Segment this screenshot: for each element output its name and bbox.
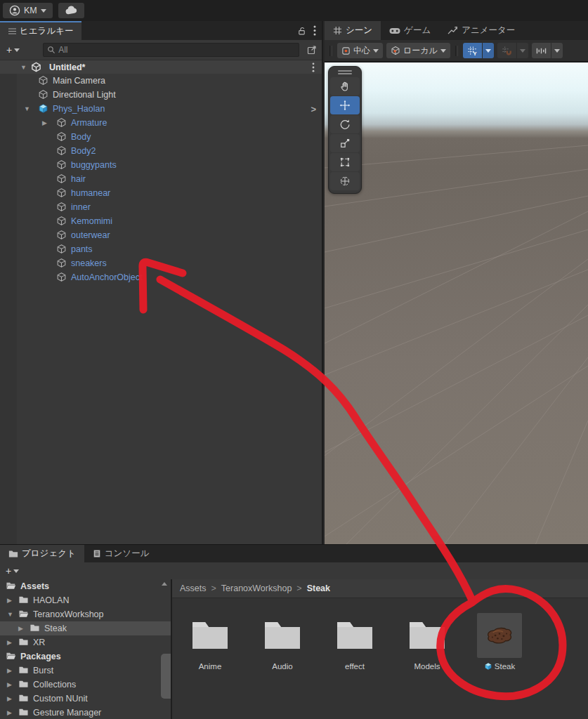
hierarchy-item-kemomimi[interactable]: Kemomimi <box>0 214 322 228</box>
project-tree-item-gesture-manager[interactable]: ▶Gesture Manager <box>0 706 171 719</box>
scene-tabbar: シーン ゲーム アニメーター <box>325 21 588 40</box>
scene-header-row[interactable]: ▼ Untitled* <box>0 60 322 74</box>
hierarchy-item-body2[interactable]: Body2 <box>0 144 322 158</box>
transform-tool-button[interactable] <box>330 172 360 190</box>
prefab-open-chevron[interactable]: > <box>311 104 316 114</box>
hierarchy-search-input[interactable]: All <box>43 43 299 57</box>
animator-icon <box>447 26 458 35</box>
hierarchy-item-inner[interactable]: inner <box>0 200 322 214</box>
grid-options-dropdown[interactable] <box>482 43 494 58</box>
scene-viewport[interactable] <box>325 62 588 544</box>
foldout-collapsed-icon[interactable]: ▶ <box>7 639 18 646</box>
project-asset-pane: Assets > TeranoxWorkshop > Steak AnimeAu… <box>172 579 588 719</box>
scrollbar-thumb[interactable] <box>161 654 172 699</box>
tree-scrollbar[interactable] <box>159 579 169 719</box>
orientation-dropdown[interactable]: ローカル <box>386 43 450 58</box>
breadcrumb-assets[interactable]: Assets <box>180 583 207 593</box>
hand-tool-button[interactable] <box>330 77 360 95</box>
hierarchy-item-main-camera[interactable]: Main Camera <box>0 74 322 88</box>
toolbar-separator <box>329 46 332 56</box>
create-object-button[interactable]: + <box>4 44 22 55</box>
account-button[interactable]: KM <box>3 3 53 18</box>
project-tree-item-packages[interactable]: Packages <box>0 649 171 664</box>
hierarchy-item-outerwear[interactable]: outerwear <box>0 228 322 242</box>
foldout-collapsed-icon[interactable]: ▶ <box>7 681 18 688</box>
asset-tile-anime[interactable]: Anime <box>179 613 241 671</box>
tab-hierarchy[interactable]: ヒエラルキー <box>0 21 81 40</box>
foldout-collapsed-icon[interactable]: ▶ <box>7 597 18 604</box>
tab-project[interactable]: プロジェクト <box>0 545 84 562</box>
hierarchy-item-directional-light[interactable]: Directional Light <box>0 88 322 102</box>
scroll-up-icon[interactable] <box>162 582 167 586</box>
chevron-down-icon <box>373 49 379 53</box>
cloud-services-button[interactable] <box>58 3 84 18</box>
foldout-collapsed-icon[interactable]: ▶ <box>7 709 18 716</box>
kebab-menu-icon[interactable] <box>312 62 315 72</box>
asset-tile-steak[interactable]: Steak <box>469 613 530 671</box>
snap-increment-dropdown[interactable] <box>532 43 563 58</box>
item-label: pants <box>71 244 93 254</box>
scene-picker-icon[interactable] <box>306 44 318 55</box>
hierarchy-item-armature[interactable]: ▶Armature <box>0 116 322 130</box>
hierarchy-item-hair[interactable]: hair <box>0 172 322 186</box>
scale-tool-button[interactable] <box>330 134 360 152</box>
tab-project-label: プロジェクト <box>22 548 76 560</box>
hierarchy-item-sneakers[interactable]: sneakers <box>0 256 322 270</box>
chevron-down-icon <box>14 48 20 52</box>
item-label: Steak <box>44 624 67 633</box>
hierarchy-item-humanear[interactable]: humanear <box>0 186 322 200</box>
gameobject-cube-icon <box>56 117 67 128</box>
tab-animator[interactable]: アニメーター <box>439 21 523 40</box>
project-tabbar: プロジェクト コンソール <box>0 545 588 562</box>
hierarchy-item-body[interactable]: Body <box>0 130 322 144</box>
project-tree-item-custom-nunit[interactable]: ▶Custom NUnit <box>0 692 171 706</box>
item-label: effect <box>345 662 365 671</box>
project-tree-item-xr[interactable]: ▶XR <box>0 635 171 649</box>
create-asset-button[interactable]: + <box>4 565 21 576</box>
foldout-collapsed-icon[interactable]: ▶ <box>42 119 56 126</box>
snap-options-dropdown[interactable] <box>516 43 528 58</box>
foldout-collapsed-icon[interactable]: ▶ <box>7 667 18 674</box>
tab-game[interactable]: ゲーム <box>381 21 439 40</box>
project-tree-item-collections[interactable]: ▶Collections <box>0 678 171 692</box>
pivot-mode-dropdown[interactable]: 中心 <box>337 43 383 58</box>
project-tree-item-steak[interactable]: ▶Steak <box>0 621 172 635</box>
rotate-tool-button[interactable] <box>330 115 360 133</box>
search-placeholder: All <box>58 45 67 55</box>
hierarchy-item-phys-haolan[interactable]: ▼Phys_Haolan> <box>0 102 322 116</box>
kebab-menu-icon[interactable] <box>313 25 316 36</box>
folder-icon <box>18 595 30 606</box>
rect-icon <box>339 157 351 168</box>
hierarchy-item-buggypants[interactable]: buggypants <box>0 158 322 172</box>
tab-scene[interactable]: シーン <box>325 21 381 40</box>
foldout-collapsed-icon[interactable]: ▶ <box>18 625 30 632</box>
hierarchy-item-pants[interactable]: pants <box>0 242 322 256</box>
project-tree-item-burst[interactable]: ▶Burst <box>0 664 171 678</box>
gameobject-cube-icon <box>56 272 67 283</box>
foldout-expanded-icon[interactable]: ▼ <box>24 105 38 112</box>
grid-visibility-toggle[interactable]: Y <box>463 43 494 58</box>
asset-tile-models[interactable]: Models <box>396 613 458 671</box>
foldout-expanded-icon[interactable]: ▼ <box>7 611 18 618</box>
breadcrumb-separator: > <box>211 583 216 593</box>
hand-icon <box>339 81 351 92</box>
breadcrumb-teranoxworkshop[interactable]: TeranoxWorkshop <box>221 583 292 593</box>
hierarchy-item-autoanchorobject[interactable]: AutoAnchorObject <box>0 270 322 284</box>
asset-label: effect <box>324 662 386 671</box>
project-tree-item-haolan[interactable]: ▶HAOLAN <box>0 593 171 607</box>
foldout-collapsed-icon[interactable]: ▶ <box>7 695 18 702</box>
gameobject-cube-icon <box>56 244 67 255</box>
asset-tile-effect[interactable]: effect <box>324 613 386 671</box>
move-tool-button[interactable] <box>330 96 360 114</box>
snap-toggle[interactable] <box>497 43 528 58</box>
foldout-expanded-icon[interactable]: ▼ <box>20 64 34 71</box>
project-tree-item-assets[interactable]: Assets <box>0 579 171 593</box>
palette-drag-handle[interactable] <box>330 68 360 77</box>
project-tree-item-teranoxworkshop[interactable]: ▼TeranoxWorkshop <box>0 607 171 621</box>
item-label: Phys_Haolan <box>53 104 105 114</box>
rect-tool-button[interactable] <box>330 153 360 171</box>
unlock-icon[interactable] <box>297 26 306 36</box>
increment-options-dropdown[interactable] <box>551 43 563 58</box>
asset-tile-audio[interactable]: Audio <box>251 613 313 671</box>
tab-console[interactable]: コンソール <box>84 545 158 562</box>
